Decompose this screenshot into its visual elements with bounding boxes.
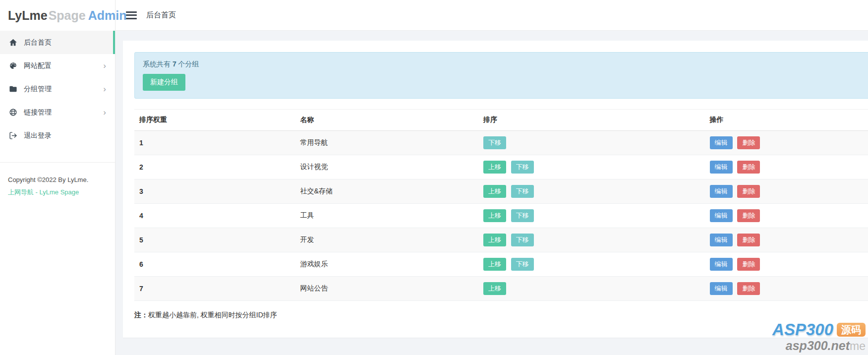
group-count-value: 7 — [173, 60, 176, 68]
note-text: 权重越小越靠前, 权重相同时按分组ID排序 — [148, 311, 277, 319]
palette-icon — [9, 61, 17, 70]
delete-button[interactable]: 删除 — [737, 136, 760, 149]
table-row: 5 开发 上移 下移 编辑 删除 — [134, 228, 868, 252]
row-actions-cell: 编辑 删除 — [705, 228, 868, 252]
group-count-alert: 系统共有 7 个分组 新建分组 — [134, 52, 868, 99]
row-sort-cell: 上移 下移 — [478, 228, 705, 252]
logo-part-spage: Spage — [49, 8, 86, 23]
edit-button[interactable]: 编辑 — [710, 136, 733, 149]
edit-button[interactable]: 编辑 — [710, 161, 733, 174]
sidebar-item-site-config[interactable]: 网站配置 › — [0, 54, 115, 77]
row-weight: 2 — [134, 155, 295, 179]
sidebar-item-logout[interactable]: 退出登录 — [0, 124, 115, 147]
move-up-button[interactable]: 上移 — [483, 234, 506, 246]
edit-button[interactable]: 编辑 — [710, 185, 733, 198]
topbar: 后台首页 — [116, 0, 868, 31]
chevron-right-icon: › — [103, 61, 106, 70]
sidebar-item-label: 分组管理 — [24, 85, 52, 94]
home-icon — [9, 38, 17, 47]
row-sort-cell: 上移 下移 — [478, 252, 705, 277]
move-down-button[interactable]: 下移 — [483, 136, 506, 149]
main-content: 系统共有 7 个分组 新建分组 排序权重 名称 排序 操作 1 常用导航 下移 — [116, 31, 868, 355]
table-row: 2 设计视觉 上移 下移 编辑 删除 — [134, 155, 868, 179]
delete-button[interactable]: 删除 — [737, 234, 760, 246]
app-logo: LyLme Spage Admin — [0, 0, 115, 31]
row-sort-cell: 上移 下移 — [478, 179, 705, 204]
new-group-button[interactable]: 新建分组 — [143, 74, 185, 91]
move-up-button[interactable]: 上移 — [483, 258, 506, 271]
sidebar-item-label: 后台首页 — [24, 38, 52, 47]
menu-toggle-icon[interactable] — [126, 11, 137, 19]
move-down-button[interactable]: 下移 — [511, 258, 534, 271]
delete-button[interactable]: 删除 — [737, 258, 760, 271]
page-title: 后台首页 — [146, 10, 176, 20]
row-weight: 1 — [134, 131, 295, 155]
sidebar-item-link-management[interactable]: 链接管理 › — [0, 101, 115, 124]
row-weight: 3 — [134, 179, 295, 204]
table-header-row: 排序权重 名称 排序 操作 — [134, 110, 868, 131]
table-row: 4 工具 上移 下移 编辑 删除 — [134, 204, 868, 228]
delete-button[interactable]: 删除 — [737, 282, 760, 295]
row-actions-cell: 编辑 删除 — [705, 179, 868, 204]
sidebar-item-label: 退出登录 — [24, 131, 52, 140]
sidebar-item-group-management[interactable]: 分组管理 › — [0, 77, 115, 101]
header-weight: 排序权重 — [134, 110, 295, 131]
sidebar-footer: Copyright ©2022 By LyLme. 上网导航 - LyLme S… — [0, 163, 115, 197]
row-actions-cell: 编辑 删除 — [705, 252, 868, 277]
move-down-button[interactable]: 下移 — [511, 185, 534, 198]
sidebar-item-dashboard[interactable]: 后台首页 — [0, 31, 115, 54]
row-sort-cell: 上移 下移 — [478, 204, 705, 228]
logo-part-admin: Admin — [88, 8, 127, 23]
row-actions-cell: 编辑 删除 — [705, 131, 868, 155]
group-card: 系统共有 7 个分组 新建分组 排序权重 名称 排序 操作 1 常用导航 下移 — [123, 41, 868, 338]
group-count-text: 系统共有 7 个分组 — [143, 60, 868, 69]
logout-icon — [9, 131, 17, 140]
table-row: 7 网站公告 上移 编辑 删除 — [134, 277, 868, 301]
copyright-text: Copyright ©2022 By LyLme. — [8, 176, 107, 183]
move-down-button[interactable]: 下移 — [511, 209, 534, 222]
move-up-button[interactable]: 上移 — [483, 161, 506, 174]
folder-icon — [9, 85, 17, 93]
row-weight: 6 — [134, 252, 295, 277]
move-up-button[interactable]: 上移 — [483, 185, 506, 198]
table-note: 注：权重越小越靠前, 权重相同时按分组ID排序 — [134, 311, 868, 320]
row-name: 游戏娱乐 — [295, 252, 478, 277]
row-sort-cell: 上移 下移 — [478, 155, 705, 179]
table-body: 1 常用导航 下移 编辑 删除 2 设计视觉 上移 下移 编辑 删除 3 社交&… — [134, 131, 868, 301]
row-name: 社交&存储 — [295, 179, 478, 204]
row-sort-cell: 下移 — [478, 131, 705, 155]
row-sort-cell: 上移 — [478, 277, 705, 301]
note-label: 注： — [134, 311, 148, 319]
delete-button[interactable]: 删除 — [737, 161, 760, 174]
row-name: 常用导航 — [295, 131, 478, 155]
edit-button[interactable]: 编辑 — [710, 209, 733, 222]
move-down-button[interactable]: 下移 — [511, 161, 534, 174]
row-actions-cell: 编辑 删除 — [705, 155, 868, 179]
move-up-button[interactable]: 上移 — [483, 282, 506, 295]
table-row: 1 常用导航 下移 编辑 删除 — [134, 131, 868, 155]
sidebar-item-label: 链接管理 — [24, 108, 52, 117]
edit-button[interactable]: 编辑 — [710, 234, 733, 246]
edit-button[interactable]: 编辑 — [710, 258, 733, 271]
move-down-button[interactable]: 下移 — [511, 234, 534, 246]
row-name: 工具 — [295, 204, 478, 228]
delete-button[interactable]: 删除 — [737, 185, 760, 198]
table-row: 3 社交&存储 上移 下移 编辑 删除 — [134, 179, 868, 204]
footer-link[interactable]: 上网导航 - LyLme Spage — [8, 188, 79, 197]
row-weight: 5 — [134, 228, 295, 252]
globe-icon — [9, 108, 17, 117]
row-actions-cell: 编辑 删除 — [705, 204, 868, 228]
table-row: 6 游戏娱乐 上移 下移 编辑 删除 — [134, 252, 868, 277]
row-name: 设计视觉 — [295, 155, 478, 179]
logo-part-lylme: LyLme — [8, 8, 48, 23]
delete-button[interactable]: 删除 — [737, 209, 760, 222]
row-name: 开发 — [295, 228, 478, 252]
row-weight: 7 — [134, 277, 295, 301]
header-sort: 排序 — [478, 110, 705, 131]
move-up-button[interactable]: 上移 — [483, 209, 506, 222]
edit-button[interactable]: 编辑 — [710, 282, 733, 295]
chevron-right-icon: › — [103, 85, 106, 93]
header-name: 名称 — [295, 110, 478, 131]
row-actions-cell: 编辑 删除 — [705, 277, 868, 301]
sidebar: LyLme Spage Admin 后台首页 网站配置 › 分组管理 › 链接管… — [0, 0, 116, 355]
